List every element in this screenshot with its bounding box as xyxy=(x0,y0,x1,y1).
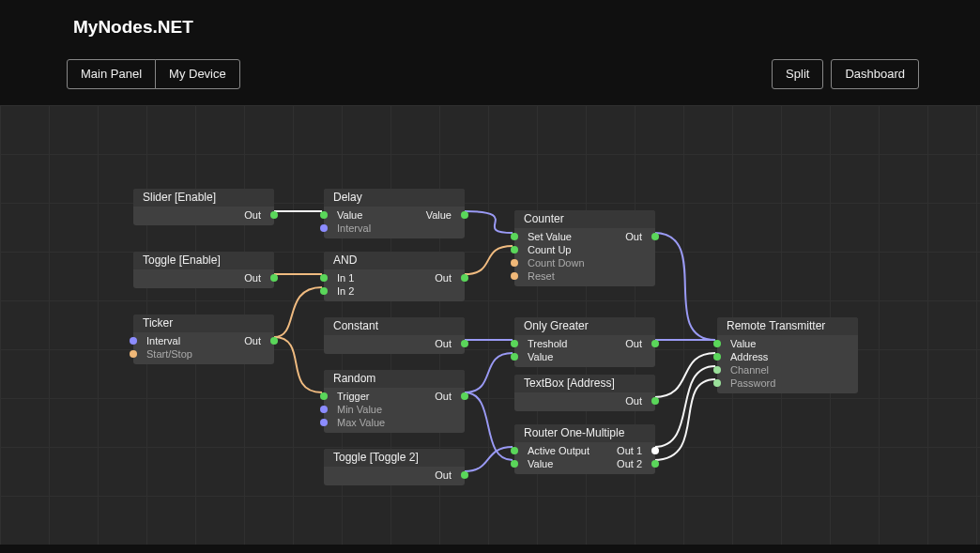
port-in-channel[interactable] xyxy=(713,366,721,374)
node-title: AND xyxy=(324,252,465,269)
node-constant[interactable]: Constant Out xyxy=(324,317,465,354)
node-title: TextBox [Address] xyxy=(514,375,655,392)
top-bar: MyNodes.NET Main Panel My Device Split D… xyxy=(0,0,980,105)
node-title: Only Greater xyxy=(514,317,655,335)
tab-main-panel[interactable]: Main Panel xyxy=(67,59,156,89)
port-out[interactable] xyxy=(461,340,468,347)
port-label: Active Output xyxy=(528,444,590,457)
node-title: Toggle [Enable] xyxy=(133,252,274,269)
port-label-out: Out xyxy=(244,334,261,347)
port-in-countdown[interactable] xyxy=(511,259,518,267)
node-textbox-address[interactable]: TextBox [Address] Out xyxy=(514,375,655,411)
node-slider-enable[interactable]: Slider [Enable] Out xyxy=(133,189,274,225)
port-in-trigger[interactable] xyxy=(320,392,328,400)
breadcrumb-tabs: Main Panel My Device xyxy=(67,59,240,89)
port-in-value[interactable] xyxy=(713,340,721,347)
port-label: Interval xyxy=(146,334,180,347)
port-label-out: Out xyxy=(244,208,261,222)
port-label-out: Out xyxy=(244,271,261,284)
port-label: Password xyxy=(730,376,775,390)
node-title: Delay xyxy=(324,189,465,207)
port-in-startstop[interactable] xyxy=(130,350,137,358)
port-label: Set Value xyxy=(528,230,572,243)
node-remote-transmitter[interactable]: Remote Transmitter Value Address Channel… xyxy=(717,317,858,393)
port-in-reset[interactable] xyxy=(511,272,518,280)
node-title: Ticker xyxy=(133,315,274,332)
node-and[interactable]: AND In 1 Out In 2 xyxy=(324,252,465,301)
port-out[interactable] xyxy=(651,397,659,405)
node-title: Toggle [Toggle 2] xyxy=(324,449,465,467)
node-title: Random xyxy=(324,370,465,388)
port-in-2[interactable] xyxy=(320,287,328,295)
port-in-setvalue[interactable] xyxy=(511,233,518,240)
brand-title: MyNodes.NET xyxy=(73,17,193,38)
port-out-1[interactable] xyxy=(651,447,659,454)
node-title: Constant xyxy=(324,317,465,335)
port-label-out: Out 2 xyxy=(617,457,642,470)
port-label: Min Value xyxy=(337,403,382,416)
action-buttons: Split Dashboard xyxy=(772,59,919,89)
port-out[interactable] xyxy=(270,337,278,345)
port-label: Value xyxy=(528,457,553,470)
port-out-value[interactable] xyxy=(461,211,468,219)
port-label: Reset xyxy=(528,269,555,283)
port-in-1[interactable] xyxy=(320,274,328,282)
node-title: Slider [Enable] xyxy=(133,189,274,207)
port-in-active[interactable] xyxy=(511,447,518,454)
node-delay[interactable]: Delay Value Value Interval xyxy=(324,189,465,238)
port-in-address[interactable] xyxy=(713,353,721,361)
port-label: Value xyxy=(337,208,362,222)
node-title: Remote Transmitter xyxy=(717,317,858,335)
node-counter[interactable]: Counter Set Value Out Count Up Count Dow… xyxy=(514,210,655,286)
port-label: Trigger xyxy=(337,390,369,403)
port-in-treshold[interactable] xyxy=(511,340,518,347)
node-title: Router One-Multiple xyxy=(514,424,655,442)
port-label: In 2 xyxy=(337,284,354,298)
port-label: Count Down xyxy=(528,256,585,269)
port-out[interactable] xyxy=(270,274,278,282)
node-ticker[interactable]: Ticker Interval Out Start/Stop xyxy=(133,315,274,364)
port-out[interactable] xyxy=(461,392,468,400)
port-out-2[interactable] xyxy=(651,460,659,468)
node-canvas[interactable]: Slider [Enable] Out Toggle [Enable] Out … xyxy=(0,105,980,545)
port-out[interactable] xyxy=(461,471,468,479)
port-in-password[interactable] xyxy=(713,379,721,387)
node-title: Counter xyxy=(514,210,655,228)
split-button[interactable]: Split xyxy=(772,59,823,89)
port-label: Count Up xyxy=(528,243,571,256)
port-label: Treshold xyxy=(528,337,567,350)
port-in-interval[interactable] xyxy=(320,224,328,232)
port-label: Value xyxy=(528,350,553,363)
port-label: In 1 xyxy=(337,271,354,284)
port-out[interactable] xyxy=(651,233,659,240)
node-toggle-enable[interactable]: Toggle [Enable] Out xyxy=(133,252,274,288)
port-in-value[interactable] xyxy=(511,353,518,361)
port-label-out: Value xyxy=(426,208,452,222)
port-label: Address xyxy=(730,350,768,363)
node-router-one-multiple[interactable]: Router One-Multiple Active Output Out 1 … xyxy=(514,424,655,474)
port-label-out: Out xyxy=(435,390,452,403)
port-label-out: Out 1 xyxy=(617,444,642,457)
node-random[interactable]: Random Trigger Out Min Value Max Value xyxy=(324,370,465,433)
tab-my-device[interactable]: My Device xyxy=(155,59,240,89)
port-label: Channel xyxy=(730,363,769,376)
node-toggle-2[interactable]: Toggle [Toggle 2] Out xyxy=(324,449,465,485)
port-out[interactable] xyxy=(651,340,659,347)
port-label: Interval xyxy=(337,222,371,235)
node-only-greater[interactable]: Only Greater Treshold Out Value xyxy=(514,317,655,367)
port-out[interactable] xyxy=(270,211,278,219)
port-label-out: Out xyxy=(625,394,642,407)
port-out[interactable] xyxy=(461,274,468,282)
port-in-value[interactable] xyxy=(511,460,518,468)
port-in-max[interactable] xyxy=(320,419,328,426)
port-label: Max Value xyxy=(337,416,385,429)
port-label-out: Out xyxy=(435,469,452,482)
bottom-bar xyxy=(0,545,980,553)
port-label-out: Out xyxy=(625,230,642,243)
port-label-out: Out xyxy=(625,337,642,350)
port-in-value[interactable] xyxy=(320,211,328,219)
port-in-min[interactable] xyxy=(320,406,328,413)
dashboard-button[interactable]: Dashboard xyxy=(831,59,919,89)
port-in-interval[interactable] xyxy=(130,337,137,345)
port-in-countup[interactable] xyxy=(511,246,518,253)
